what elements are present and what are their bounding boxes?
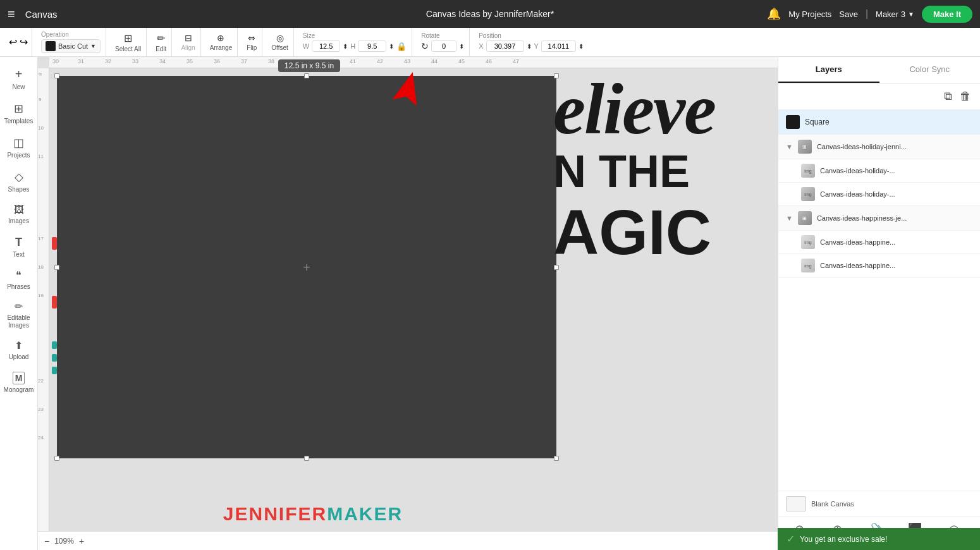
my-projects-link[interactable]: My Projects bbox=[788, 9, 831, 19]
left-shape-red-2 bbox=[52, 296, 57, 309]
ruler-h-38: 38 bbox=[268, 58, 274, 64]
sidebar-item-shapes[interactable]: ◇ Shapes bbox=[3, 165, 35, 198]
ruler-v-19: 19 bbox=[38, 293, 44, 298]
size-h-input[interactable] bbox=[358, 40, 386, 52]
handle-mr[interactable] bbox=[554, 265, 559, 270]
topbar-right: 🔔 My Projects Save | Maker 3 ▼ Make It bbox=[767, 6, 972, 23]
select-all-group: ⊞ Select All bbox=[110, 28, 147, 56]
edit-icon[interactable]: ✏ bbox=[157, 32, 165, 44]
notification-check-icon: ✓ bbox=[787, 533, 795, 545]
align-label[interactable]: Align bbox=[181, 44, 195, 51]
select-all-label[interactable]: Select All bbox=[115, 46, 141, 52]
position-y-arrows[interactable]: ⬍ bbox=[579, 43, 584, 50]
layer-name-g1i2: Canvas-ideas-holiday-... bbox=[820, 190, 972, 198]
ruler-v-22: 22 bbox=[38, 378, 44, 384]
handle-tl[interactable] bbox=[54, 73, 59, 78]
maker-select[interactable]: Maker 3 ▼ bbox=[876, 9, 914, 19]
handle-bl[interactable] bbox=[54, 456, 59, 461]
sidebar-item-images[interactable]: 🖼 Images bbox=[3, 199, 35, 229]
notification-icon[interactable]: 🔔 bbox=[767, 7, 781, 21]
operation-select[interactable]: Basic Cut ▼ bbox=[41, 39, 101, 53]
zoom-out-button[interactable]: − bbox=[44, 536, 49, 546]
ruler-v-11: 11 bbox=[38, 154, 44, 159]
ruler-v-24: 24 bbox=[38, 435, 44, 441]
align-group: ⊟ Align bbox=[176, 28, 200, 56]
layer-item-square[interactable]: Square bbox=[778, 110, 980, 135]
layer-name-square: Square bbox=[805, 118, 972, 126]
zoom-in-button[interactable]: + bbox=[79, 536, 84, 546]
sidebar-item-editable-images[interactable]: ✏ Editable Images bbox=[3, 296, 35, 333]
flip-group: ⇔ Flip bbox=[242, 28, 262, 56]
make-it-button[interactable]: Make It bbox=[922, 6, 972, 23]
operation-label: Operation bbox=[41, 31, 69, 38]
sidebar-item-templates[interactable]: ⊞ Templates bbox=[3, 97, 35, 130]
select-all-icon[interactable]: ⊞ bbox=[124, 32, 132, 44]
canvas-area[interactable]: 30 31 32 33 34 35 36 37 38 39 40 41 42 4… bbox=[38, 57, 778, 550]
save-button[interactable]: Save bbox=[839, 9, 858, 19]
handle-bm[interactable] bbox=[304, 456, 309, 461]
layer-g1-item2[interactable]: img Canvas-ideas-holiday-... bbox=[778, 183, 980, 206]
handle-ml[interactable] bbox=[54, 265, 59, 270]
size-w-input[interactable] bbox=[312, 40, 340, 52]
sidebar-item-monogram[interactable]: M Monogram bbox=[3, 367, 35, 398]
sidebar-item-projects[interactable]: ◫ Projects bbox=[3, 131, 35, 164]
tab-color-sync[interactable]: Color Sync bbox=[879, 57, 981, 83]
monogram-label: Monogram bbox=[4, 386, 34, 393]
left-shape-teal-1 bbox=[52, 341, 57, 349]
upload-icon: ⬆ bbox=[15, 339, 23, 351]
operation-color-swatch bbox=[46, 41, 56, 51]
notification-bar: ✓ You get an exclusive sale! bbox=[778, 528, 980, 550]
size-h-arrows[interactable]: ⬍ bbox=[389, 43, 394, 50]
redo-button[interactable]: ↪ bbox=[20, 36, 28, 48]
handle-tm[interactable] bbox=[304, 73, 309, 78]
group2-chevron[interactable]: ▼ bbox=[786, 214, 793, 222]
layer-group-1[interactable]: ▼ ⊞ Canvas-ideas-holiday-jenni... bbox=[778, 135, 980, 159]
sidebar-item-phrases[interactable]: ❝ Phrases bbox=[3, 264, 35, 295]
size-w-arrows[interactable]: ⬍ bbox=[343, 43, 348, 50]
flip-icon[interactable]: ⇔ bbox=[248, 33, 255, 43]
blank-canvas-label: Blank Canvas bbox=[811, 500, 854, 508]
undo-button[interactable]: ↩ bbox=[9, 36, 17, 48]
menu-icon[interactable]: ≡ bbox=[8, 7, 15, 21]
upload-label: Upload bbox=[9, 353, 29, 360]
layer-group-2[interactable]: ▼ ⊞ Canvas-ideas-happiness-je... bbox=[778, 206, 980, 231]
delete-layer-button[interactable]: 🗑 bbox=[959, 89, 972, 104]
tab-layers[interactable]: Layers bbox=[778, 57, 879, 83]
ruler-h-46: 46 bbox=[486, 58, 492, 64]
position-x-input[interactable] bbox=[486, 40, 524, 52]
editable-images-icon: ✏ bbox=[15, 300, 23, 312]
group1-chevron[interactable]: ▼ bbox=[786, 143, 793, 150]
toolbar: ↩ ↪ Operation Basic Cut ▼ ⊞ Select All ✏… bbox=[0, 28, 980, 57]
blank-canvas-row[interactable]: Blank Canvas bbox=[778, 491, 980, 516]
sidebar-item-upload[interactable]: ⬆ Upload bbox=[3, 334, 35, 365]
projects-label: Projects bbox=[7, 152, 30, 159]
layer-g2-item1[interactable]: img Canvas-ideas-happine... bbox=[778, 231, 980, 254]
size-h-label: H bbox=[350, 42, 355, 50]
duplicate-layer-button[interactable]: ⧉ bbox=[943, 89, 953, 104]
chevron-down-icon: ▼ bbox=[908, 11, 914, 18]
ruler-h-31: 31 bbox=[78, 58, 84, 64]
layer-g1-item1[interactable]: img Canvas-ideas-holiday-... bbox=[778, 159, 980, 183]
layer-g2-item2[interactable]: img Canvas-ideas-happine... bbox=[778, 254, 980, 278]
handle-br[interactable] bbox=[554, 456, 559, 461]
rotate-input[interactable] bbox=[431, 40, 456, 52]
offset-label[interactable]: Offset bbox=[271, 44, 288, 51]
flip-label[interactable]: Flip bbox=[247, 44, 257, 51]
rotate-icon[interactable]: ↻ bbox=[421, 41, 429, 51]
position-y-input[interactable] bbox=[541, 40, 576, 52]
projects-icon: ◫ bbox=[13, 136, 24, 150]
layer-name-g1i1: Canvas-ideas-holiday-... bbox=[820, 167, 972, 174]
rotate-arrows[interactable]: ⬍ bbox=[459, 43, 464, 50]
lock-icon[interactable]: 🔒 bbox=[396, 42, 407, 51]
sidebar-item-new[interactable]: + New bbox=[3, 62, 35, 95]
arrange-label[interactable]: Arrange bbox=[210, 44, 233, 51]
position-x-arrows[interactable]: ⬍ bbox=[527, 43, 532, 50]
templates-label: Templates bbox=[4, 118, 34, 125]
edit-label[interactable]: Edit bbox=[156, 46, 166, 52]
left-sidebar: + New ⊞ Templates ◫ Projects ◇ Shapes 🖼 … bbox=[0, 57, 38, 550]
sidebar-item-text[interactable]: T Text bbox=[3, 231, 35, 263]
canvas-rectangle[interactable]: + bbox=[57, 76, 556, 458]
layer-thumb-g1i2: img bbox=[801, 187, 815, 201]
offset-icon[interactable]: ◎ bbox=[276, 33, 284, 43]
arrange-icon[interactable]: ⊕ bbox=[217, 33, 224, 43]
